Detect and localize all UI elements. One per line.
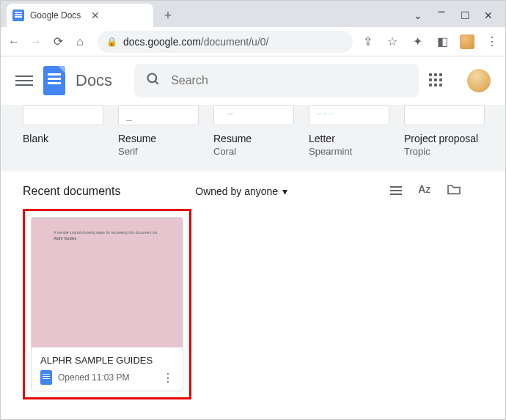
account-avatar[interactable]: [467, 69, 491, 92]
svg-point-0: [148, 73, 157, 82]
folder-picker-icon[interactable]: [447, 183, 461, 199]
close-tab-icon[interactable]: ✕: [91, 10, 100, 21]
ownership-filter-label: Owned by anyone: [195, 185, 278, 197]
extensions-icon[interactable]: ✦: [410, 34, 425, 49]
recent-heading: Recent documents: [23, 185, 120, 198]
docs-favicon: [12, 10, 24, 21]
main-menu-icon[interactable]: [15, 75, 33, 86]
window-controls: ⌄ − ☐ ✕: [413, 10, 499, 27]
browser-toolbar: ← → ⟳ ⌂ 🔒 docs.google.com/document/u/0/ …: [1, 27, 505, 56]
kebab-menu-icon[interactable]: ⋮: [485, 34, 499, 49]
sort-az-icon[interactable]: AZ: [418, 183, 430, 199]
chevron-down-icon[interactable]: ⌄: [413, 10, 423, 21]
address-bar[interactable]: 🔒 docs.google.com/document/u/0/: [98, 31, 353, 53]
document-thumbnail: A sample tutorial showing steps for recr…: [32, 218, 183, 347]
new-tab-button[interactable]: +: [158, 5, 178, 26]
template-name: Resume: [213, 133, 294, 144]
tab-title: Google Docs: [30, 10, 81, 21]
template-project-proposal[interactable]: Project proposal Tropic: [404, 105, 485, 157]
template-letter-spearmint[interactable]: Letter Spearmint: [309, 105, 389, 157]
recent-section: Recent documents Owned by anyone ▾ AZ A …: [1, 172, 505, 411]
highlighted-document: A sample tutorial showing steps for recr…: [23, 209, 191, 399]
docs-file-icon: [40, 370, 52, 385]
template-name: Resume: [118, 133, 199, 144]
view-options: AZ: [390, 183, 461, 199]
recent-header: Recent documents Owned by anyone ▾ AZ: [23, 183, 483, 199]
browser-tab[interactable]: Google Docs ✕: [7, 4, 153, 27]
template-subtitle: Spearmint: [309, 146, 389, 157]
reload-icon[interactable]: ⟳: [51, 34, 65, 49]
search-icon: [146, 72, 161, 90]
sidepanel-icon[interactable]: ◧: [435, 34, 450, 49]
document-footer: ALPHR SAMPLE GUIDES Opened 11:03 PM ⋮: [32, 347, 183, 391]
maximize-icon[interactable]: ☐: [460, 10, 470, 21]
template-resume-serif[interactable]: Resume Serif: [118, 105, 199, 157]
close-window-icon[interactable]: ✕: [483, 10, 494, 21]
docs-logo-icon[interactable]: [43, 66, 65, 95]
template-blank[interactable]: Blank: [23, 105, 103, 157]
search-box[interactable]: [134, 64, 419, 97]
list-view-icon[interactable]: [390, 183, 402, 199]
thumbnail-snippet: A sample tutorial showing steps for recr…: [54, 229, 157, 241]
template-gallery: Blank Resume Serif Resume Coral Letter S…: [1, 105, 505, 172]
document-more-icon[interactable]: ⋮: [162, 371, 174, 385]
template-thumb: [118, 105, 199, 125]
app-name: Docs: [76, 71, 112, 90]
template-subtitle: Serif: [118, 146, 199, 157]
svg-line-1: [155, 81, 158, 84]
template-name: Blank: [23, 133, 103, 144]
bookmark-icon[interactable]: ☆: [385, 34, 400, 49]
template-subtitle: Tropic: [404, 146, 485, 157]
template-thumb: [213, 105, 294, 125]
share-icon[interactable]: ⇪: [360, 34, 375, 49]
lock-icon: 🔒: [106, 37, 117, 47]
browser-titlebar: Google Docs ✕ + ⌄ − ☐ ✕: [1, 1, 505, 27]
caret-down-icon: ▾: [282, 185, 287, 197]
docs-header: Docs: [1, 56, 505, 105]
ownership-filter[interactable]: Owned by anyone ▾: [195, 185, 287, 197]
template-name: Project proposal: [404, 133, 485, 144]
template-thumb: [309, 105, 389, 125]
template-name: Letter: [309, 133, 389, 144]
document-title: ALPHR SAMPLE GUIDES: [40, 355, 174, 366]
template-thumb: [23, 105, 103, 125]
template-thumb: [404, 105, 485, 125]
url-text: docs.google.com/document/u/0/: [123, 36, 268, 48]
back-icon[interactable]: ←: [7, 34, 21, 49]
document-meta: Opened 11:03 PM: [58, 372, 156, 383]
forward-icon[interactable]: →: [29, 34, 43, 49]
search-input[interactable]: [171, 74, 407, 87]
home-icon[interactable]: ⌂: [73, 34, 87, 49]
template-resume-coral[interactable]: Resume Coral: [213, 105, 294, 157]
document-card[interactable]: A sample tutorial showing steps for recr…: [31, 217, 183, 391]
chrome-profile-avatar[interactable]: [460, 34, 474, 49]
google-apps-icon[interactable]: [429, 73, 444, 88]
minimize-icon[interactable]: −: [436, 10, 447, 21]
template-subtitle: Coral: [213, 146, 294, 157]
